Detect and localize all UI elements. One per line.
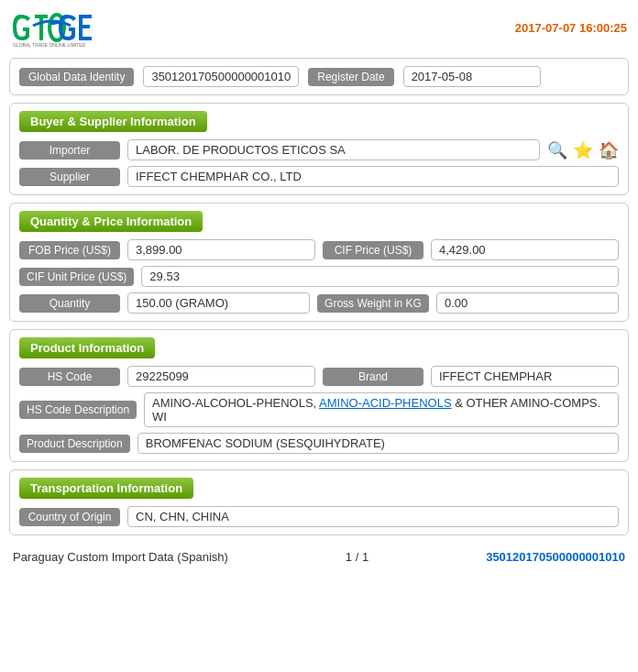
quantity-label: Quantity	[19, 294, 120, 313]
cif-unit-label: CIF Unit Price (US$)	[19, 268, 134, 286]
global-data-label: Global Data Identity	[19, 68, 134, 86]
transportation-header: Transportation Information	[19, 478, 193, 499]
supplier-value: IFFECT CHEMPHAR CO., LTD	[127, 166, 619, 187]
importer-value: LABOR. DE PRODUCTOS ETICOS SA	[127, 139, 540, 160]
brand-label: Brand	[323, 368, 424, 386]
svg-text:GLOBAL TRADE ONLINE LIMITED: GLOBAL TRADE ONLINE LIMITED	[13, 42, 86, 48]
quantity-gross-row: Quantity 150.00 (GRAMO) Gross Weight in …	[19, 292, 619, 314]
hs-desc-label: HS Code Description	[19, 401, 137, 419]
fob-cif-row: FOB Price (US$) 3,899.00 CIF Price (US$)…	[19, 239, 619, 260]
hs-code-value: 29225099	[127, 366, 315, 387]
product-info-section: Product Information HS Code 29225099 Bra…	[9, 329, 629, 462]
gross-weight-label: Gross Weight in KG	[317, 294, 429, 313]
global-data-card: Global Data Identity 3501201705000000010…	[9, 58, 629, 95]
supplier-row: Supplier IFFECT CHEMPHAR CO., LTD	[19, 166, 619, 187]
cif-unit-value: 29.53	[141, 266, 619, 287]
country-origin-value: CN, CHN, CHINA	[127, 506, 619, 527]
cif-label: CIF Price (US$)	[323, 241, 424, 259]
footer-page-info: 1 / 1	[346, 550, 368, 564]
header: GLOBAL TRADE ONLINE LIMITED 2017-07-07 1…	[0, 0, 638, 52]
footer-left-text: Paraguay Custom Import Data (Spanish)	[13, 550, 228, 564]
global-data-row: Global Data Identity 3501201705000000010…	[19, 66, 619, 87]
brand-value: IFFECT CHEMPHAR	[431, 366, 619, 387]
buyer-supplier-section: Buyer & Supplier Information Importer LA…	[9, 103, 629, 195]
supplier-label: Supplier	[19, 168, 120, 186]
transportation-section: Transportation Information Country of Or…	[9, 469, 629, 535]
product-desc-row: Product Description BROMFENAC SODIUM (SE…	[19, 433, 619, 454]
country-origin-row: Country of Origin CN, CHN, CHINA	[19, 506, 619, 527]
quantity-price-section: Quantity & Price Information FOB Price (…	[9, 203, 629, 322]
logo-area: GLOBAL TRADE ONLINE LIMITED	[11, 7, 121, 49]
register-date-label: Register Date	[308, 68, 393, 86]
timestamp: 2017-07-07 16:00:25	[515, 21, 627, 35]
star-icon[interactable]: ⭐	[573, 140, 593, 160]
footer-record-id[interactable]: 350120170500000001010	[486, 550, 625, 564]
buyer-supplier-header: Buyer & Supplier Information	[19, 111, 207, 132]
search-icon[interactable]: 🔍	[547, 140, 567, 160]
fob-label: FOB Price (US$)	[19, 241, 120, 259]
product-desc-value: BROMFENAC SODIUM (SESQUIHYDRATE)	[138, 433, 619, 454]
home-icon[interactable]: 🏠	[599, 140, 619, 160]
country-origin-label: Country of Origin	[19, 508, 120, 526]
fob-value: 3,899.00	[127, 239, 315, 260]
product-desc-label: Product Description	[19, 435, 130, 453]
hs-code-brand-row: HS Code 29225099 Brand IFFECT CHEMPHAR	[19, 366, 619, 387]
importer-label: Importer	[19, 141, 120, 160]
quantity-value: 150.00 (GRAMO)	[127, 292, 310, 314]
hs-code-label: HS Code	[19, 368, 120, 386]
logo-image: GLOBAL TRADE ONLINE LIMITED	[11, 7, 121, 49]
quantity-price-header: Quantity & Price Information	[19, 211, 203, 232]
importer-row: Importer LABOR. DE PRODUCTOS ETICOS SA 🔍…	[19, 139, 619, 160]
product-info-header: Product Information	[19, 337, 155, 358]
cif-value: 4,429.00	[431, 239, 619, 260]
footer: Paraguay Custom Import Data (Spanish) 1 …	[0, 543, 638, 569]
hs-desc-link[interactable]: AMINO-ACID-PHENOLS	[319, 396, 451, 410]
hs-desc-value: AMINO-ALCOHOL-PHENOLS, AMINO-ACID-PHENOL…	[144, 392, 619, 427]
global-data-value: 350120170500000001010	[143, 66, 299, 87]
register-date-value: 2017-05-08	[403, 66, 541, 87]
hs-desc-row: HS Code Description AMINO-ALCOHOL-PHENOL…	[19, 392, 619, 427]
gross-weight-value: 0.00	[436, 292, 619, 314]
action-icons: 🔍 ⭐ 🏠	[547, 140, 619, 160]
cif-unit-row: CIF Unit Price (US$) 29.53	[19, 266, 619, 287]
